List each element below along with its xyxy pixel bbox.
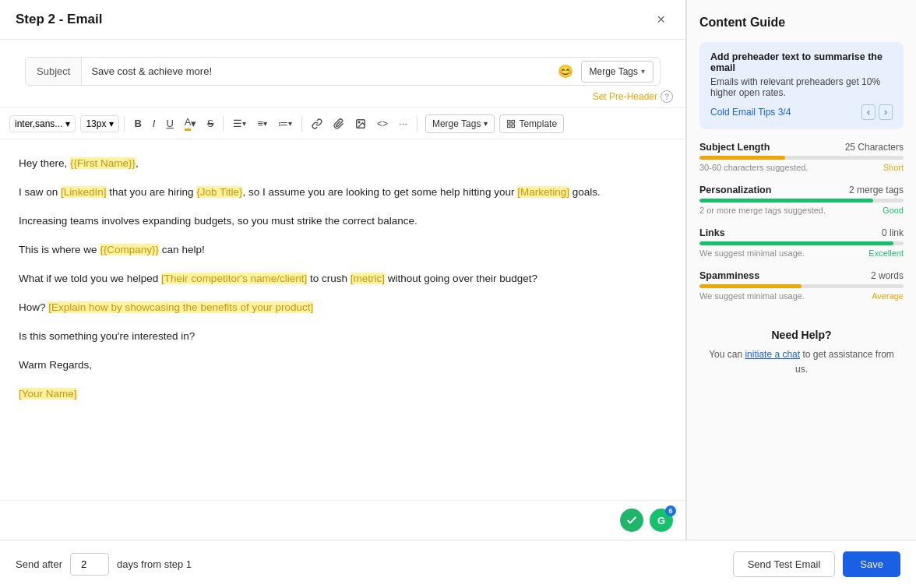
underline-button[interactable]: U (161, 114, 178, 132)
metric-bar-fill (699, 241, 893, 245)
metric-description: We suggest minimal usage. (699, 291, 805, 301)
metric-header: Spamminess 2 words (699, 270, 904, 281)
tip-card-link-row: Cold Email Tips 3/4 ‹ › (710, 104, 893, 120)
tip-card: Add preheader text to summarise the emai… (699, 42, 904, 129)
days-input[interactable] (70, 553, 109, 576)
chevron-down-icon: ▾ (288, 119, 292, 128)
editor-footer: G 6 (0, 500, 685, 540)
metric-bar-bg (699, 241, 904, 245)
font-size-select[interactable]: 13px ▾ (80, 115, 119, 132)
metric-bar-fill (699, 284, 802, 288)
panel-header: Step 2 - Email × (0, 0, 685, 40)
metric-name: Personalization (699, 185, 771, 195)
metric-name: Spamminess (699, 270, 759, 281)
font-color-button[interactable]: A ▾ (180, 113, 202, 134)
close-button[interactable]: × (652, 11, 670, 28)
bold-button[interactable]: B (129, 114, 146, 132)
merge-tag-company: {{Company}} (100, 244, 159, 255)
separator (124, 116, 125, 132)
subject-input[interactable] (82, 58, 549, 85)
bracket-competitor: [Their competitor's name/client] (161, 273, 307, 284)
metric-value: 2 words (871, 270, 904, 281)
editor-toolbar: inter,sans... ▾ 13px ▾ B I U A ▾ S̶ ☰ ▾ … (0, 107, 685, 139)
metric-desc-row: 2 or more merge tags suggested. Good (699, 206, 904, 215)
code-icon: <> (377, 118, 388, 129)
unordered-list-button[interactable]: ≔ ▾ (273, 114, 297, 132)
image-button[interactable] (351, 115, 371, 132)
emoji-button[interactable]: 😊 (550, 58, 581, 85)
metric-status: Average (872, 291, 904, 301)
email-line-1: Hey there, {{First Name}}, (19, 155, 667, 173)
bracket-linkedin: [LinkedIn] (61, 186, 107, 198)
metric-row: Subject Length 25 Characters 30-60 chara… (699, 142, 904, 172)
metric-row: Personalization 2 merge tags 2 or more m… (699, 185, 904, 215)
send-after-label: Send after (16, 558, 62, 570)
help-icon: ? (661, 90, 673, 103)
metric-header: Personalization 2 merge tags (699, 185, 904, 195)
metric-status: Excellent (868, 248, 904, 258)
subject-label: Subject (26, 58, 82, 85)
metric-row: Spamminess 2 words We suggest minimal us… (699, 270, 904, 301)
attachment-button[interactable] (329, 115, 349, 132)
email-body[interactable]: Hey there, {{First Name}}, I saw on [Lin… (0, 139, 685, 500)
tip-card-body: Emails with relevant preheaders get 10% … (710, 76, 893, 98)
code-button[interactable]: <> (372, 115, 393, 132)
subject-row: Subject 😊 Merge Tags ▾ (25, 57, 661, 86)
metric-header: Subject Length 25 Characters (699, 142, 904, 153)
metric-desc-row: We suggest minimal usage. Average (699, 291, 904, 301)
tip-link[interactable]: Cold Email Tips 3/4 (710, 107, 791, 118)
email-editor-panel: Step 2 - Email × Subject 😊 Merge Tags ▾ … (0, 0, 686, 540)
need-help-section: Need Help? You can initiate a chat to ge… (699, 316, 904, 389)
metric-bar-bg (699, 199, 904, 202)
email-line-9: [Your Name] (19, 386, 667, 403)
bracket-explain: [Explain how by showcasing the benefits … (48, 301, 313, 313)
email-line-6: How? [Explain how by showcasing the bene… (19, 299, 667, 317)
template-button[interactable]: Template (499, 114, 564, 133)
strikethrough-button[interactable]: S̶ (203, 114, 218, 132)
chevron-down-icon: ▾ (191, 118, 196, 129)
subject-merge-tags-button[interactable]: Merge Tags ▾ (581, 61, 654, 83)
chevron-down-icon: ▾ (65, 118, 70, 129)
tip-next-button[interactable]: › (879, 104, 893, 120)
ordered-list-button[interactable]: ≡ ▾ (252, 114, 272, 132)
metric-bar-bg (699, 284, 904, 288)
toolbar-merge-tags-button[interactable]: Merge Tags ▾ (425, 114, 495, 133)
grammarly-button[interactable]: G 6 (650, 509, 673, 532)
send-test-email-button[interactable]: Send Test Email (733, 551, 836, 577)
svg-rect-5 (508, 125, 511, 128)
metric-value: 25 Characters (845, 142, 904, 153)
chevron-down-icon: ▾ (263, 119, 267, 128)
font-size-label: 13px (86, 118, 106, 129)
merge-tags-label: Merge Tags (432, 118, 481, 129)
more-button[interactable]: ··· (394, 114, 412, 132)
italic-button[interactable]: I (148, 114, 160, 132)
bracket-your-name: [Your Name] (19, 388, 77, 400)
metric-value: 0 link (882, 227, 904, 238)
metric-header: Links 0 link (699, 227, 904, 238)
merge-tag-job-title: {Job Title} (196, 186, 242, 198)
spell-check-button[interactable] (620, 509, 643, 532)
link-button[interactable] (307, 115, 327, 132)
metric-name: Subject Length (699, 142, 770, 153)
metric-bar-fill (699, 156, 785, 160)
chat-link[interactable]: initiate a chat (745, 349, 800, 360)
days-from-step-label: days from step 1 (117, 558, 192, 570)
svg-rect-2 (508, 120, 511, 123)
separator (301, 116, 302, 132)
font-family-select[interactable]: inter,sans... ▾ (9, 115, 76, 132)
need-help-title: Need Help? (707, 329, 896, 341)
save-button[interactable]: Save (843, 551, 900, 577)
separator (223, 116, 224, 132)
tip-prev-button[interactable]: ‹ (861, 104, 875, 120)
metric-name: Links (699, 227, 725, 238)
set-preheader-button[interactable]: Set Pre-Header ? (593, 90, 673, 103)
chevron-down-icon: ▾ (109, 118, 114, 129)
tip-card-title: Add preheader text to summarise the emai… (710, 51, 893, 73)
chevron-down-icon: ▾ (641, 67, 645, 76)
align-button[interactable]: ☰ ▾ (228, 114, 251, 132)
svg-rect-4 (512, 125, 515, 128)
set-preheader-label: Set Pre-Header (593, 91, 657, 102)
content-guide-title: Content Guide (699, 16, 904, 30)
preheader-row: Set Pre-Header ? (0, 86, 685, 107)
align-icon: ☰ (233, 118, 242, 129)
